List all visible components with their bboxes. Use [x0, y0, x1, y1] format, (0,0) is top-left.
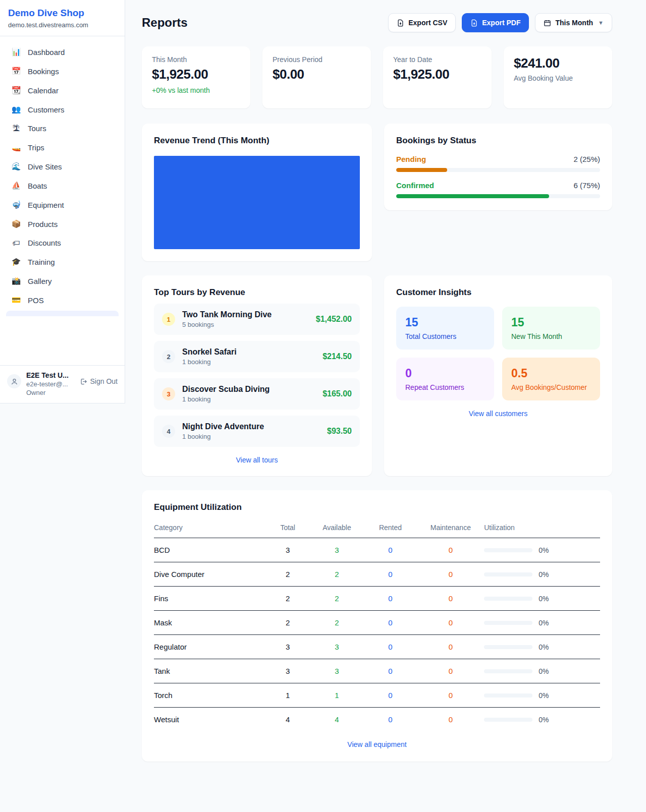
period-label: This Month	[555, 19, 593, 27]
sidebar-item-label: Gallery	[28, 277, 52, 285]
tour-name: Snorkel Safari	[182, 347, 237, 356]
column-header-category: Category	[154, 519, 265, 538]
sidebar-item-trips[interactable]: 🚤Trips	[6, 138, 119, 157]
cell-total: 1	[265, 683, 310, 708]
utilization-bar	[484, 548, 532, 552]
sidebar-nav: 📊Dashboard 📅Bookings 📆Calendar 👥Customer…	[0, 36, 125, 365]
utilization-bar	[484, 669, 532, 673]
utilization-pct: 0%	[539, 546, 549, 554]
utilization-pct: 0%	[539, 595, 549, 603]
file-download-icon	[470, 19, 478, 27]
sidebar-item-label: Training	[28, 258, 55, 266]
sign-out-label: Sign Out	[90, 377, 118, 385]
sidebar-item-label: Boats	[28, 182, 47, 190]
cell-rented: 0	[363, 683, 417, 708]
sidebar-item-boats[interactable]: ⛵Boats	[6, 176, 119, 195]
cell-category: BCD	[154, 538, 265, 562]
sidebar-item-label: Bookings	[28, 67, 59, 76]
brand: Demo Dive Shop demo.test.divestreams.com	[0, 0, 125, 36]
cell-available: 2	[310, 562, 363, 587]
sidebar-item-label: Products	[28, 220, 58, 228]
sidebar-item-products[interactable]: 📦Products	[6, 214, 119, 234]
status-bar-track	[396, 168, 600, 172]
sidebar-item-customers[interactable]: 👥Customers	[6, 100, 119, 119]
sidebar-item-label: Customers	[28, 105, 65, 114]
sidebar-item-tours[interactable]: 🏝Tours	[6, 119, 119, 138]
stat-value: $1,925.00	[152, 67, 240, 82]
cell-maintenance: 0	[417, 659, 484, 683]
stat-value: $241.00	[514, 55, 602, 71]
customer-insights-title: Customer Insights	[396, 287, 600, 298]
export-csv-button[interactable]: Export CSV	[388, 13, 456, 32]
credit-card-icon: 💳	[11, 296, 21, 305]
table-row: Regulator 3 3 0 0 0%	[154, 635, 600, 659]
shop-name[interactable]: Demo Dive Shop	[8, 8, 117, 19]
utilization-pct: 0%	[539, 716, 549, 724]
sidebar-item-gallery[interactable]: 📸Gallery	[6, 271, 119, 291]
sidebar-item-training[interactable]: 🎓Training	[6, 252, 119, 271]
cell-rented: 0	[363, 562, 417, 587]
insight-avg-bookings: 0.5 Avg Bookings/Customer	[502, 358, 600, 400]
calendar-icon: 📆	[11, 86, 21, 95]
main-content: Reports Export CSV Export PDF This Month	[125, 0, 646, 782]
customers-icon: 👥	[11, 105, 21, 114]
status-bar-fill	[396, 194, 549, 198]
table-row: Fins 2 2 0 0 0%	[154, 587, 600, 611]
sidebar-item-reports-partial[interactable]	[6, 311, 119, 316]
sidebar-item-bookings[interactable]: 📅Bookings	[6, 62, 119, 81]
tour-name: Two Tank Morning Dive	[182, 310, 272, 319]
view-all-tours-link[interactable]: View all tours	[154, 456, 360, 464]
equipment-utilization-title: Equipment Utilization	[154, 502, 600, 512]
user-panel: E2E Test U... e2e-tester@... Owner Sign …	[0, 365, 125, 403]
sidebar-item-pos[interactable]: 💳POS	[6, 291, 119, 310]
stat-card-year-to-date: Year to Date $1,925.00	[383, 46, 492, 108]
insight-value: 15	[405, 316, 485, 329]
cell-maintenance: 0	[417, 587, 484, 611]
utilization-bar	[484, 621, 532, 625]
column-header-rented: Rented	[363, 519, 417, 538]
sidebar-item-label: Equipment	[28, 201, 64, 209]
utilization-pct: 0%	[539, 691, 549, 700]
user-email: e2e-tester@...	[26, 380, 69, 388]
stat-card-previous-period: Previous Period $0.00	[262, 46, 371, 108]
tour-revenue: $1,452.00	[316, 315, 352, 324]
equipment-table: Category Total Available Rented Maintena…	[154, 519, 600, 731]
stat-label: Year to Date	[393, 55, 481, 64]
insight-value: 0	[405, 367, 485, 380]
stat-card-this-month: This Month $1,925.00 +0% vs last month	[142, 46, 250, 108]
status-label: Confirmed	[396, 181, 434, 190]
cell-maintenance: 0	[417, 538, 484, 562]
avatar	[7, 374, 21, 388]
insight-value: 15	[511, 316, 591, 329]
tour-revenue: $165.00	[322, 389, 352, 398]
sidebar-item-discounts[interactable]: 🏷Discounts	[6, 234, 119, 252]
sidebar-item-dashboard[interactable]: 📊Dashboard	[6, 42, 119, 62]
sidebar-item-label: POS	[28, 296, 44, 305]
cell-maintenance: 0	[417, 611, 484, 635]
revenue-trend-title: Revenue Trend (This Month)	[154, 136, 360, 146]
sidebar-item-equipment[interactable]: 🤿Equipment	[6, 195, 119, 214]
view-all-equipment-link[interactable]: View all equipment	[154, 740, 600, 748]
table-row: Wetsuit 4 4 0 0 0%	[154, 708, 600, 732]
stat-label: Previous Period	[273, 55, 361, 64]
sidebar-item-calendar[interactable]: 📆Calendar	[6, 81, 119, 100]
cell-available: 2	[310, 611, 363, 635]
export-pdf-button[interactable]: Export PDF	[462, 13, 529, 32]
sidebar-item-dive-sites[interactable]: 🌊Dive Sites	[6, 157, 119, 176]
sidebar-item-label: Dive Sites	[28, 162, 62, 171]
cell-rented: 0	[363, 708, 417, 732]
insight-label: Avg Bookings/Customer	[511, 383, 591, 391]
column-header-available: Available	[310, 519, 363, 538]
tour-row: 2 Snorkel Safari 1 booking $214.50	[154, 341, 360, 372]
view-all-customers-link[interactable]: View all customers	[396, 410, 600, 418]
sidebar: Demo Dive Shop demo.test.divestreams.com…	[0, 0, 125, 403]
tour-revenue: $214.50	[322, 352, 352, 361]
utilization-pct: 0%	[539, 570, 549, 578]
cell-available: 3	[310, 635, 363, 659]
period-select[interactable]: This Month ▼	[535, 13, 612, 32]
logout-icon	[80, 378, 87, 385]
status-count: 6 (75%)	[573, 181, 600, 190]
sailboat-icon: ⛵	[11, 181, 21, 190]
sign-out-button[interactable]: Sign Out	[80, 377, 118, 385]
cell-total: 3	[265, 538, 310, 562]
